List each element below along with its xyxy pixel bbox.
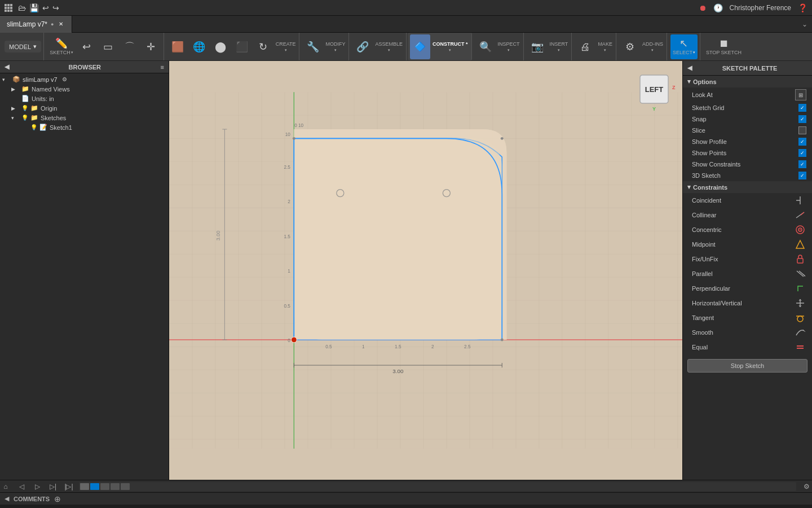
sketch-tool[interactable]: ✏️ SKETCH ▾	[47, 34, 76, 59]
collinear-icon[interactable]	[794, 209, 806, 221]
constraint-collinear[interactable]: Collinear	[683, 208, 812, 222]
show-points-checkbox[interactable]	[798, 149, 806, 157]
active-tab[interactable]: slimLamp v7* ● ✕	[0, 16, 72, 33]
root-collapse-icon[interactable]: ▾	[2, 77, 10, 82]
help-icon[interactable]: ❓	[798, 3, 807, 12]
construct-tool[interactable]: 🔷	[410, 34, 430, 59]
modify-tool[interactable]: 🔧	[303, 34, 323, 59]
timeline-cell[interactable]	[121, 483, 130, 490]
midpoint-icon[interactable]	[794, 238, 806, 251]
option-3d-sketch[interactable]: 3D Sketch	[683, 170, 812, 181]
fix-unfix-icon[interactable]	[794, 253, 806, 265]
option-show-constraints[interactable]: Show Constraints	[683, 159, 812, 170]
root-settings-icon[interactable]: ⚙	[62, 76, 67, 82]
origin-vis-icon[interactable]: 💡	[21, 105, 28, 111]
sketches-vis-icon[interactable]: 💡	[21, 115, 28, 121]
slice-checkbox[interactable]	[798, 126, 806, 134]
redo-icon[interactable]: ↪	[52, 3, 59, 12]
tree-item-sketches[interactable]: ▾ 💡 📁 Sketches	[0, 113, 169, 122]
inspect-tool[interactable]: 🔍	[475, 34, 496, 59]
history-icon[interactable]: 🕐	[713, 3, 723, 12]
constraint-tangent[interactable]: Tangent	[683, 310, 812, 325]
equal-icon[interactable]	[794, 341, 806, 353]
modify-dropdown[interactable]: MODIFY ▾	[324, 34, 346, 59]
nav-prev-icon[interactable]: ◁	[16, 481, 27, 492]
constraint-perpendicular[interactable]: Perpendicular	[683, 281, 812, 296]
concentric-icon[interactable]	[794, 224, 806, 236]
box-tool[interactable]: 🟫	[167, 34, 188, 59]
option-slice[interactable]: Slice	[683, 125, 812, 136]
constraint-midpoint[interactable]: Midpoint	[683, 237, 812, 252]
stop-sketch-btn-toolbar[interactable]: ⏹ STOP SKETCH	[704, 34, 744, 59]
named-views-expand-icon[interactable]: ▶	[11, 86, 19, 92]
timeline-cell[interactable]	[90, 483, 99, 490]
construct-dropdown[interactable]: CONSTRUCT * ▾	[431, 34, 469, 59]
constraint-coincident[interactable]: Coincident	[683, 193, 812, 208]
snap-checkbox[interactable]	[798, 115, 806, 123]
undo-tool[interactable]: ↩	[77, 34, 97, 59]
timeline-cell[interactable]	[80, 483, 89, 490]
create-dropdown[interactable]: CREATE ▾	[275, 34, 297, 59]
sketch-grid-checkbox[interactable]	[798, 104, 806, 112]
stop-sketch-button[interactable]: Stop Sketch	[687, 359, 807, 373]
comments-add-icon[interactable]: ⊕	[54, 494, 61, 503]
perpendicular-icon[interactable]	[794, 282, 806, 295]
tab-close-icon[interactable]: ✕	[57, 20, 65, 28]
save-icon[interactable]: 💾	[29, 3, 39, 12]
browser-options-icon[interactable]: ≡	[161, 64, 164, 71]
constraint-fix-unfix[interactable]: Fix/UnFix	[683, 252, 812, 266]
user-name[interactable]: Christopher Ference	[730, 4, 791, 12]
make-dropdown[interactable]: MAKE ▾	[597, 34, 614, 59]
constraints-section-header[interactable]: ▾ Constraints	[683, 181, 812, 193]
arc-tool[interactable]: ⌒	[120, 34, 140, 59]
option-sketch-grid[interactable]: Sketch Grid	[683, 102, 812, 113]
sphere-tool[interactable]: 🌐	[189, 34, 209, 59]
browser-expand-icon[interactable]: ◀	[5, 63, 9, 71]
extrude-tool[interactable]: ⬛	[232, 34, 252, 59]
horizontal-vertical-icon[interactable]	[794, 297, 806, 309]
insert-dropdown[interactable]: INSERT ▾	[549, 34, 570, 59]
show-constraints-checkbox[interactable]	[798, 160, 806, 168]
constraint-concentric[interactable]: Concentric	[683, 222, 812, 237]
cylinder-tool[interactable]: ⬤	[210, 34, 231, 59]
timeline-settings-icon[interactable]: ⚙	[801, 481, 812, 492]
record-icon[interactable]: ⏺	[699, 3, 707, 12]
origin-expand-icon[interactable]: ▶	[11, 106, 19, 111]
make-tool[interactable]: 🖨	[575, 34, 595, 59]
assemble-tool[interactable]: 🔗	[352, 34, 373, 59]
sketches-expand-icon[interactable]: ▾	[11, 115, 19, 121]
undo-icon[interactable]: ↩	[42, 3, 49, 12]
canvas-area[interactable]: 3.00	[169, 61, 682, 480]
tree-item-root[interactable]: ▾ 📦 slimLamp v7 ⚙	[0, 75, 169, 84]
addins-tool[interactable]: ⚙	[620, 34, 640, 59]
revolve-tool[interactable]: ↻	[253, 34, 273, 59]
insert-tool[interactable]: 📷	[527, 34, 548, 59]
model-dropdown[interactable]: MODEL ▾	[5, 41, 41, 52]
option-show-profile[interactable]: Show Profile	[683, 136, 812, 147]
cross-tool[interactable]: ✛	[141, 34, 161, 59]
nav-end-icon[interactable]: |▷|	[63, 481, 74, 492]
tangent-icon[interactable]	[794, 312, 806, 324]
addins-dropdown[interactable]: ADD-INS ▾	[641, 34, 664, 59]
nav-next-icon[interactable]: ▷|	[47, 481, 59, 492]
sketch1-vis-icon[interactable]: 💡	[30, 124, 37, 130]
expand-icon[interactable]: ⌄	[802, 20, 807, 28]
constraint-smooth[interactable]: Smooth	[683, 325, 812, 340]
constraint-parallel[interactable]: Parallel	[683, 266, 812, 281]
3d-sketch-checkbox[interactable]	[798, 172, 806, 179]
show-profile-checkbox[interactable]	[798, 138, 806, 146]
comments-expand-icon[interactable]: ◀	[5, 495, 9, 502]
file-icon[interactable]: 🗁	[18, 3, 26, 12]
assemble-dropdown[interactable]: ASSEMBLE ▾	[374, 34, 404, 59]
rect-tool[interactable]: ▭	[98, 34, 118, 59]
look-at-icon[interactable]: ⊞	[795, 89, 806, 100]
coincident-icon[interactable]	[794, 194, 806, 207]
parallel-icon[interactable]	[794, 268, 806, 280]
option-look-at[interactable]: Look At ⊞	[683, 87, 812, 102]
tree-item-named-views[interactable]: ▶ 📁 Named Views	[0, 84, 169, 94]
smooth-icon[interactable]	[794, 326, 806, 339]
timeline-cell[interactable]	[100, 483, 109, 490]
constraint-equal[interactable]: Equal	[683, 340, 812, 354]
option-show-points[interactable]: Show Points	[683, 147, 812, 159]
select-tool[interactable]: ↖ SELECT ▾	[670, 34, 698, 59]
